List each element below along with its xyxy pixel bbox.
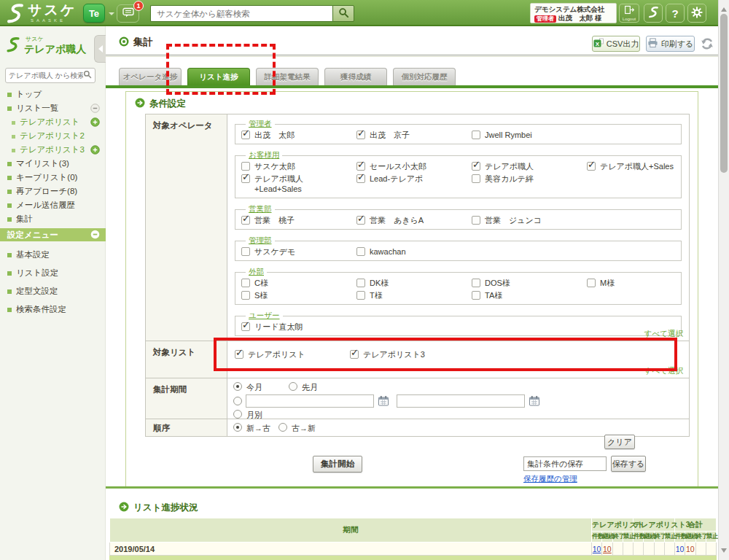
checkbox[interactable] xyxy=(356,131,365,139)
operator-checkbox-item[interactable]: T様 xyxy=(356,290,472,300)
checkbox[interactable] xyxy=(472,291,480,300)
sidebar-item-teleapo-list[interactable]: テレアポリスト xyxy=(0,115,106,129)
checkbox[interactable] xyxy=(587,279,596,287)
expand-plus-icon[interactable] xyxy=(90,117,100,128)
radio-button[interactable] xyxy=(233,382,242,391)
operator-checkbox-item[interactable]: リード直太朗 xyxy=(241,322,356,332)
saaske-home-button[interactable] xyxy=(644,4,663,23)
checkbox[interactable] xyxy=(356,279,365,287)
sidebar-item-teleapo-list3[interactable]: テレアポリスト3 xyxy=(0,143,106,157)
checkbox[interactable] xyxy=(241,279,250,287)
csv-export-button[interactable]: X CSV出力 xyxy=(592,36,640,52)
radio-button[interactable] xyxy=(289,382,297,391)
sidebar-item-mail-history[interactable]: メール送信履歴 xyxy=(0,198,106,212)
period-monthly-option[interactable]: 月別 xyxy=(233,410,262,420)
tab-operator-progress[interactable]: オペレータ進捗 xyxy=(119,68,182,85)
operator-checkbox-item[interactable]: DOS様 xyxy=(472,278,587,288)
print-button[interactable]: 印刷する xyxy=(646,36,695,52)
operator-checkbox-item[interactable]: 営業 桃子 xyxy=(241,215,356,225)
refresh-button[interactable] xyxy=(699,36,715,52)
operator-checkbox-item[interactable]: Lead-テレアポ xyxy=(356,174,472,194)
operator-checkbox-item[interactable]: M様 xyxy=(587,278,675,288)
sidebar-collapse-handle[interactable] xyxy=(94,35,106,63)
period-last-month-option[interactable]: 先月 xyxy=(289,382,318,392)
checkbox[interactable] xyxy=(241,322,250,331)
sidebar-item-my-list[interactable]: マイリスト(3) xyxy=(0,157,106,171)
checkbox[interactable] xyxy=(472,162,480,171)
list-checkbox-item[interactable]: テレアポリスト3 xyxy=(350,349,465,359)
chevron-down-icon[interactable] xyxy=(109,12,114,18)
logout-button[interactable]: Logout xyxy=(619,4,639,23)
app-logo[interactable]: サスケ テレアポ職人 xyxy=(6,35,86,56)
operator-checkbox-item[interactable]: 営業 ジュンコ xyxy=(472,215,587,225)
operator-checkbox-item[interactable]: 出茂 太郎 xyxy=(241,130,356,140)
checkbox[interactable] xyxy=(241,174,250,183)
checkbox[interactable] xyxy=(356,162,365,171)
scroll-down-arrow-icon[interactable] xyxy=(721,548,727,556)
checkbox[interactable] xyxy=(472,279,480,287)
expand-plus-icon[interactable] xyxy=(90,145,100,156)
tab-list-progress[interactable]: リスト進捗 xyxy=(187,68,250,85)
checkbox[interactable] xyxy=(472,174,480,183)
te-app-badge[interactable]: Te xyxy=(83,4,105,23)
operator-checkbox-item[interactable]: テレアポ職人 +Lead+Sales xyxy=(241,174,356,194)
radio-button[interactable] xyxy=(278,423,287,432)
operator-checkbox-item[interactable]: 営業 あきらA xyxy=(356,215,472,225)
calendar-icon[interactable] xyxy=(378,395,389,407)
sidebar-item-search-settings[interactable]: 検索条件設定 xyxy=(0,300,106,319)
checkbox[interactable] xyxy=(241,291,250,300)
operator-checkbox-item[interactable]: サスケ太郎 xyxy=(241,161,356,171)
checkbox[interactable] xyxy=(241,131,250,139)
select-all-lists-link[interactable]: すべて選択 xyxy=(644,366,683,376)
collapse-minus-icon[interactable] xyxy=(90,230,100,241)
sidebar-search-input[interactable] xyxy=(9,71,83,79)
continue-link[interactable]: 10 xyxy=(603,545,612,553)
period-this-month-option[interactable]: 今月 xyxy=(233,382,262,392)
radio-button[interactable] xyxy=(233,410,242,419)
sidebar-item-template-settings[interactable]: 定型文設定 xyxy=(0,282,106,300)
sidebar-item-list-overview[interactable]: リスト一覧 xyxy=(0,101,106,115)
count-link[interactable]: 10 xyxy=(593,545,601,553)
tab-acquisition[interactable]: 獲得成績 xyxy=(324,68,387,85)
checkbox[interactable] xyxy=(356,291,365,300)
checkbox[interactable] xyxy=(587,162,596,171)
checkbox[interactable] xyxy=(356,216,365,225)
checkbox[interactable] xyxy=(472,131,480,139)
operator-checkbox-item[interactable]: サスケデモ xyxy=(241,246,356,257)
sidebar-item-aggregate[interactable]: 集計 xyxy=(0,212,106,226)
checkbox[interactable] xyxy=(241,247,250,256)
settings-button[interactable] xyxy=(687,4,706,23)
checkbox[interactable] xyxy=(235,350,243,359)
checkbox[interactable] xyxy=(241,216,250,225)
operator-checkbox-item[interactable]: C様 xyxy=(241,278,356,288)
operator-checkbox-item[interactable]: テレアポ職人 xyxy=(472,161,587,171)
collapse-minus-icon[interactable] xyxy=(90,104,100,114)
period-to-input[interactable] xyxy=(397,394,525,408)
tab-call-results[interactable]: 詳細架電結果 xyxy=(256,68,319,85)
clear-button[interactable]: クリア xyxy=(604,435,635,449)
global-search-button[interactable] xyxy=(332,5,354,22)
operator-checkbox-item[interactable]: DK様 xyxy=(356,278,472,288)
order-new-to-old-option[interactable]: 新→古 xyxy=(233,423,270,433)
sidebar-item-keep-list[interactable]: キープリスト(0) xyxy=(0,171,106,184)
sidebar-item-reapproach[interactable]: 再アプローチ(8) xyxy=(0,184,106,198)
radio-button[interactable] xyxy=(233,423,242,432)
sidebar-item-top[interactable]: トップ xyxy=(0,88,106,101)
operator-checkbox-item[interactable]: TA様 xyxy=(472,290,587,300)
checkbox[interactable] xyxy=(241,162,250,171)
start-aggregation-button[interactable]: 集計開始 xyxy=(313,456,362,472)
saaske-logo[interactable]: サスケ SAASKE xyxy=(6,2,77,26)
operator-checkbox-item[interactable]: 出茂 京子 xyxy=(356,130,472,140)
select-all-operators-link[interactable]: すべて選択 xyxy=(644,329,683,339)
operator-checkbox-item[interactable]: Jwell Rymbei xyxy=(472,130,587,140)
operator-checkbox-item[interactable]: セールス小太郎 xyxy=(356,161,472,171)
save-history-link[interactable]: 保存履歴の管理 xyxy=(523,474,577,484)
checkbox[interactable] xyxy=(356,174,365,183)
scroll-up-arrow-icon[interactable] xyxy=(721,4,727,12)
sidebar-item-teleapo-list2[interactable]: テレアポリスト2 xyxy=(0,129,106,143)
save-condition-input[interactable] xyxy=(523,456,607,471)
tab-individual-history[interactable]: 個別対応履歴 xyxy=(393,68,456,85)
period-custom-radio[interactable] xyxy=(233,397,242,405)
operator-checkbox-item[interactable]: S様 xyxy=(241,290,356,300)
operator-checkbox-item[interactable]: 美容カルテ絆 xyxy=(472,174,587,194)
